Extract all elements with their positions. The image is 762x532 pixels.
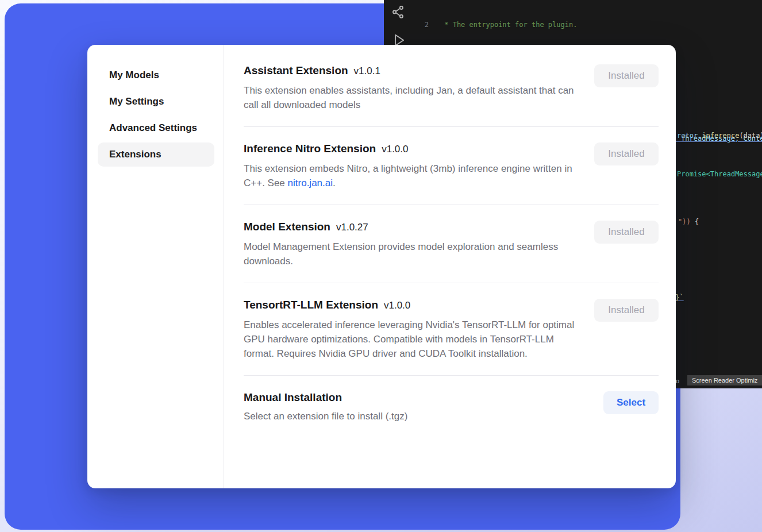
installed-button[interactable]: Installed [594,221,659,244]
installed-button[interactable]: Installed [594,142,659,165]
extension-row-assistant: Assistant Extensionv1.0.1 This extension… [244,64,659,112]
extension-version: v1.0.1 [354,65,380,76]
extension-version: v1.0.0 [382,144,408,155]
sidebar-item-my-settings[interactable]: My Settings [98,90,214,114]
extension-description: This extension enables assistants, inclu… [244,83,578,112]
manual-installation-description: Select an extension file to install (.tg… [244,411,407,422]
code-fragment: ")) { [678,218,699,226]
manual-installation-info: Manual Installation Select an extension … [244,391,407,422]
separator [244,375,659,376]
sidebar-item-extensions[interactable]: Extensions [98,142,214,167]
extension-info: TensortRT-LLM Extensionv1.0.0 Enables ac… [244,299,578,361]
select-file-button[interactable]: Select [603,391,659,414]
extension-title: Assistant Extension [244,64,348,76]
line-number: 2 [384,20,436,30]
separator [244,205,659,205]
installed-button[interactable]: Installed [594,299,659,322]
sidebar-item-my-models[interactable]: My Models [98,63,214,87]
extension-row-model: Model Extensionv1.0.27 Model Management … [244,221,659,268]
description-text: . [333,178,336,188]
extension-info: Inference Nitro Extensionv1.0.0 This ext… [244,142,578,190]
manual-installation-title: Manual Installation [244,391,407,404]
nitro-jan-ai-link[interactable]: nitro.jan.ai [288,178,333,188]
extension-info: Assistant Extensionv1.0.1 This extension… [244,64,578,112]
code-text: * The entrypoint for the plugin. [436,20,577,30]
settings-sidebar: My Models My Settings Advanced Settings … [87,45,224,488]
screen-reader-status-chip: Screen Reader Optimiz [687,375,762,385]
manual-installation-row: Manual Installation Select an extension … [244,391,659,422]
extension-description: Model Management Extension provides mode… [244,240,578,268]
code-token: { [691,218,699,226]
extensions-panel: Assistant Extensionv1.0.1 This extension… [224,45,676,488]
extension-row-inference-nitro: Inference Nitro Extensionv1.0.0 This ext… [244,142,659,190]
code-line: 2 * The entrypoint for the plugin. [384,20,762,30]
extension-row-tensorrt-llm: TensortRT-LLM Extensionv1.0.0 Enables ac… [244,299,659,361]
extension-title: TensortRT-LLM Extension [244,299,378,311]
separator [244,126,659,127]
extension-description: This extension embeds Nitro, a lightweig… [244,161,578,190]
extension-description: Enables accelerated inference leveraging… [244,318,578,361]
extension-title: Model Extension [244,221,330,233]
installed-button[interactable]: Installed [594,64,659,87]
extension-version: v1.0.27 [336,222,368,233]
settings-modal: My Models My Settings Advanced Settings … [87,45,676,488]
separator [244,283,659,283]
code-token: ")) [678,218,691,226]
code-fragment: rator.inference(data)); [677,132,762,140]
code-token: (data)); [739,132,762,140]
sidebar-item-advanced-settings[interactable]: Advanced Settings [98,116,214,140]
extension-version: v1.0.0 [384,300,410,311]
extension-info: Model Extensionv1.0.27 Model Management … [244,221,578,268]
code-token: inference [702,132,739,140]
code-token: rator. [677,132,702,140]
extension-title: Inference Nitro Extension [244,142,376,155]
code-fragment: Promise<ThreadMessage> [677,170,762,178]
